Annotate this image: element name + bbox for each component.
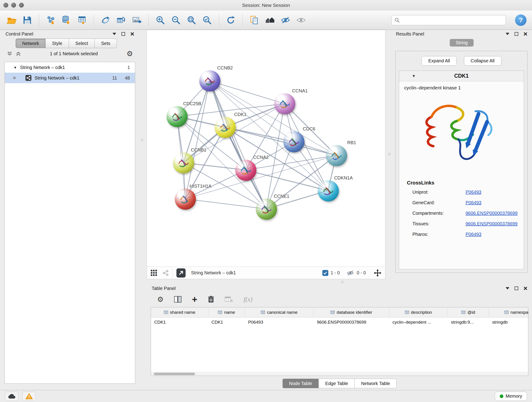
network-view-canvas[interactable]: CCNB2CCNA1CDC25BCDK1CDC6RB1CCNB1CCNA2CDK… xyxy=(147,30,385,279)
hide-panels-button[interactable] xyxy=(279,14,292,26)
home-button[interactable] xyxy=(264,14,276,26)
zoom-window-button[interactable] xyxy=(19,3,24,7)
tab-select[interactable]: Select xyxy=(69,38,95,48)
copy-button[interactable] xyxy=(248,14,260,26)
table-cell[interactable]: stringdb xyxy=(489,320,528,325)
maximize-panel-icon[interactable] xyxy=(121,32,125,36)
column-header-canonical-name[interactable]: canonical name xyxy=(245,307,314,317)
network-node-cdkn1a[interactable] xyxy=(318,180,339,201)
table-row[interactable]: CDK1CDK1P064939606.ENSP00000378699cyclin… xyxy=(151,317,528,327)
tab-node-table[interactable]: Node Table xyxy=(283,379,319,388)
tab-network-table[interactable]: Network Table xyxy=(355,379,397,388)
float-panel-icon[interactable] xyxy=(505,32,510,35)
tab-string[interactable]: String xyxy=(450,39,474,46)
selected-checkbox-icon[interactable] xyxy=(322,270,328,276)
zoom-fit-button[interactable] xyxy=(185,14,198,26)
disclosure-triangle-icon[interactable]: ▼ xyxy=(13,65,17,70)
tab-edge-table[interactable]: Edge Table xyxy=(319,379,355,388)
fit-selection-crosshair-icon[interactable] xyxy=(374,269,381,277)
table-cell[interactable]: CDK1 xyxy=(151,320,208,325)
tab-sets[interactable]: Sets xyxy=(95,38,117,48)
crosslink-link[interactable]: P06493 xyxy=(466,190,481,195)
delete-column-trash-icon[interactable] xyxy=(208,296,214,303)
zoom-out-button[interactable] xyxy=(170,14,182,26)
import-table-button[interactable] xyxy=(76,14,88,26)
show-columns-icon[interactable] xyxy=(174,296,181,303)
splitter-handle[interactable] xyxy=(341,281,344,283)
network-node-ccnb1[interactable] xyxy=(173,153,194,173)
close-panel-icon[interactable]: × xyxy=(523,285,527,292)
splitter-handle[interactable] xyxy=(388,153,391,155)
birdseye-grid-icon[interactable] xyxy=(151,269,157,276)
table-cell[interactable]: P06493 xyxy=(245,320,314,325)
table-settings-gear-icon[interactable]: ⚙ xyxy=(157,296,164,303)
float-panel-icon[interactable] xyxy=(505,287,510,290)
float-panel-icon[interactable] xyxy=(112,32,116,35)
export-view-button[interactable] xyxy=(177,268,186,278)
network-node-cdc25b[interactable] xyxy=(167,106,188,127)
close-panel-icon[interactable]: × xyxy=(130,31,134,37)
network-collection-row[interactable]: ▼ String Network – cdk1 1 xyxy=(5,62,135,73)
export-image-button[interactable] xyxy=(131,14,143,26)
table-cell[interactable]: cyclin–dependent ... xyxy=(389,320,448,325)
network-from-table-button[interactable] xyxy=(115,14,127,26)
table-cell[interactable]: stringdb:9... xyxy=(448,320,489,325)
column-header--id[interactable]: @id xyxy=(448,307,489,317)
crosslink-link[interactable]: 9606.ENSP00000378699 xyxy=(466,221,518,226)
disclosure-triangle-icon[interactable]: ▼ xyxy=(412,74,416,78)
cloud-status-button[interactable] xyxy=(5,392,18,401)
crosslink-link[interactable]: 9606.ENSP00000378699 xyxy=(466,211,518,216)
open-session-button[interactable] xyxy=(6,14,18,26)
zoom-in-button[interactable] xyxy=(154,14,167,26)
toolbar-separator xyxy=(148,14,149,26)
crosslink-link[interactable]: P06493 xyxy=(466,200,481,205)
tab-network[interactable]: Network xyxy=(16,38,46,48)
network-node-ccnb2[interactable] xyxy=(199,70,220,91)
network-node-cdk1[interactable] xyxy=(215,117,236,138)
help-button[interactable]: ? xyxy=(515,14,526,26)
maximize-panel-icon[interactable] xyxy=(515,32,518,36)
hidden-eye-slash-icon[interactable] xyxy=(347,270,354,276)
refresh-button[interactable] xyxy=(225,14,237,26)
table-cell[interactable]: CDK1 xyxy=(208,320,245,325)
memory-button[interactable]: Memory xyxy=(495,392,527,401)
merge-networks-button[interactable] xyxy=(99,14,112,26)
protein-card-header[interactable]: ▼ CDK1 xyxy=(399,71,524,81)
share-icon[interactable] xyxy=(162,270,169,276)
column-header-shared-name[interactable]: shared name xyxy=(151,307,208,317)
show-panels-button[interactable] xyxy=(295,14,307,26)
network-node-hist1h1a[interactable] xyxy=(175,189,196,210)
network-node-ccne1[interactable] xyxy=(256,199,277,220)
scrollbar-thumb[interactable] xyxy=(154,373,195,375)
column-header-database-identifier[interactable]: database identifier xyxy=(314,307,389,317)
add-column-icon[interactable]: + xyxy=(192,296,197,303)
import-network-from-database-button[interactable] xyxy=(60,14,73,26)
expand-all-icon[interactable] xyxy=(16,51,21,56)
network-node-ccna1[interactable] xyxy=(274,93,295,114)
column-header-name[interactable]: name xyxy=(208,307,245,317)
expand-all-button[interactable]: Expand All xyxy=(422,56,457,65)
gear-icon[interactable]: ⚙ xyxy=(127,50,133,57)
collapse-all-icon[interactable] xyxy=(7,51,12,56)
network-node-cdc6[interactable] xyxy=(283,131,304,153)
tab-style[interactable]: Style xyxy=(46,38,69,48)
network-node-rb1[interactable] xyxy=(326,145,347,166)
network-node-ccna2[interactable] xyxy=(235,160,256,181)
table-cell[interactable]: 9606.ENSP00000378699 xyxy=(314,320,389,325)
horizontal-scrollbar[interactable] xyxy=(151,372,528,376)
column-header-description[interactable]: description xyxy=(389,307,448,317)
network-row[interactable]: String Network – cdk1 11 48 xyxy=(5,73,135,83)
save-session-button[interactable] xyxy=(21,14,33,26)
minimize-window-button[interactable] xyxy=(11,3,16,7)
maximize-panel-icon[interactable] xyxy=(515,287,518,290)
splitter-handle[interactable] xyxy=(141,139,143,141)
column-header-namespace[interactable]: namespace xyxy=(489,307,528,317)
crosslink-link[interactable]: P06493 xyxy=(466,232,481,237)
close-window-button[interactable] xyxy=(3,3,8,7)
import-network-from-file-button[interactable] xyxy=(45,14,57,26)
zoom-selected-button[interactable] xyxy=(201,14,213,26)
warnings-button[interactable] xyxy=(22,392,36,401)
close-panel-icon[interactable]: × xyxy=(523,31,527,37)
collapse-all-button[interactable]: Collapse All xyxy=(464,56,501,65)
search-input[interactable] xyxy=(402,17,503,23)
